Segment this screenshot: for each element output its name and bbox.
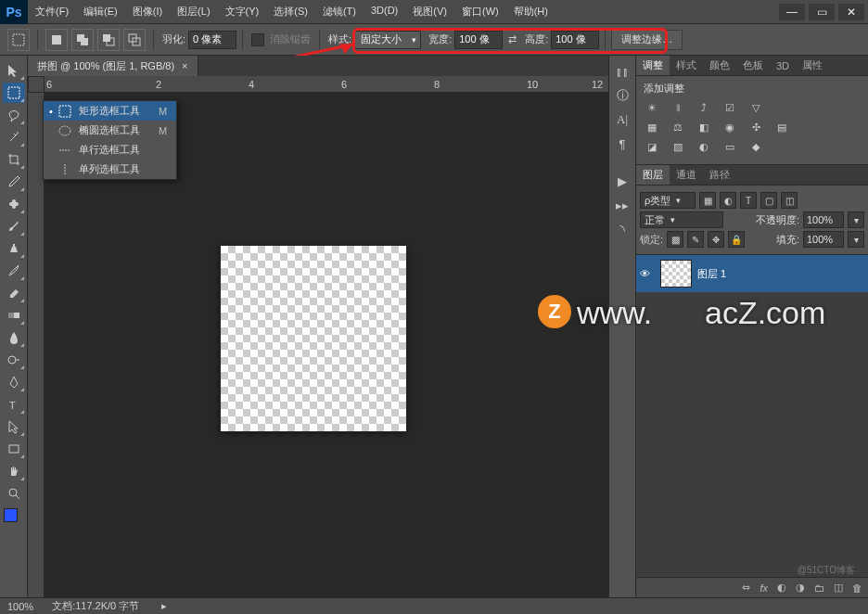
lock-all-icon[interactable]: 🔒 xyxy=(728,231,745,248)
flyout-col-marquee[interactable]: 单列选框工具 xyxy=(44,160,176,179)
fill-input[interactable]: 100% xyxy=(803,231,844,248)
style-select[interactable]: 固定大小 xyxy=(354,31,421,49)
menu-help[interactable]: 帮助(H) xyxy=(506,5,555,19)
magic-wand-tool[interactable] xyxy=(3,127,25,147)
filter-adjust-icon[interactable]: ◐ xyxy=(720,192,736,209)
paragraph-icon[interactable]: ¶ xyxy=(611,134,633,154)
adj-gradmap-icon[interactable]: ▭ xyxy=(721,139,738,154)
ruler-horizontal[interactable]: 6 2 4 6 8 10 12 xyxy=(45,76,608,93)
adj-vibrance-icon[interactable]: ▽ xyxy=(747,100,764,115)
layer-visibility-icon[interactable]: 👁 xyxy=(640,268,655,279)
layer-row[interactable]: 👁 图层 1 xyxy=(636,255,868,292)
filter-type-icon[interactable]: T xyxy=(740,192,757,209)
tab-swatches[interactable]: 色板 xyxy=(736,56,770,75)
tab-properties[interactable]: 属性 xyxy=(796,56,829,75)
close-tab-icon[interactable]: × xyxy=(182,60,187,71)
histogram-icon[interactable]: ⫿⫿ xyxy=(611,61,633,82)
move-tool[interactable] xyxy=(3,60,25,81)
adj-brightness-icon[interactable]: ☀ xyxy=(644,100,660,115)
clone-stamp-tool[interactable] xyxy=(3,238,25,259)
sel-subtract-icon[interactable] xyxy=(97,29,120,51)
tab-adjust[interactable]: 调整 xyxy=(636,56,670,75)
history-brush-tool[interactable] xyxy=(3,261,25,281)
adj-mixer-icon[interactable]: ✣ xyxy=(747,120,764,134)
adj-exposure-icon[interactable]: ☑ xyxy=(721,100,738,115)
adj-bw-icon[interactable]: ◧ xyxy=(696,120,712,134)
menu-select[interactable]: 选择(S) xyxy=(266,5,315,19)
new-layer-icon[interactable]: ◫ xyxy=(834,582,843,594)
brush-tool[interactable] xyxy=(3,216,25,237)
menu-type[interactable]: 文字(Y) xyxy=(218,5,267,19)
fill-dropdown-icon[interactable]: ▾ xyxy=(848,231,864,248)
antialias-checkbox[interactable] xyxy=(251,33,264,46)
layer-thumbnail[interactable] xyxy=(660,260,692,288)
menu-edit[interactable]: 编辑(E) xyxy=(76,5,125,19)
layer-fx-icon[interactable]: fx xyxy=(760,582,768,594)
delete-layer-icon[interactable]: 🗑 xyxy=(852,582,862,594)
crop-tool[interactable] xyxy=(3,149,25,170)
link-layers-icon[interactable]: ⇔ xyxy=(742,582,750,594)
menu-view[interactable]: 视图(V) xyxy=(405,5,454,19)
new-group-icon[interactable]: 🗀 xyxy=(814,582,824,594)
menu-window[interactable]: 窗口(W) xyxy=(454,5,506,19)
tab-channels[interactable]: 通道 xyxy=(670,165,703,185)
layer-mask-icon[interactable]: ◐ xyxy=(777,582,786,594)
menu-image[interactable]: 图像(I) xyxy=(125,5,170,19)
width-input[interactable] xyxy=(454,31,503,49)
adj-balance-icon[interactable]: ⚖ xyxy=(670,120,686,134)
filter-shape-icon[interactable]: ▢ xyxy=(760,192,777,209)
dodge-tool[interactable] xyxy=(3,350,25,370)
new-adjust-layer-icon[interactable]: ◑ xyxy=(796,582,805,594)
filter-pixel-icon[interactable]: ▦ xyxy=(699,192,716,209)
document-tab[interactable]: 拼图 @ 100% (图层 1, RGB/8)× xyxy=(28,56,198,76)
sel-new-icon[interactable] xyxy=(45,29,68,51)
lock-trans-icon[interactable]: ▩ xyxy=(667,231,683,248)
filter-smart-icon[interactable]: ◫ xyxy=(781,192,798,209)
doc-size[interactable]: 文档:117.2K/0 字节 xyxy=(52,599,139,613)
layer-name-label[interactable]: 图层 1 xyxy=(697,267,726,281)
sel-add-icon[interactable] xyxy=(71,29,94,51)
tab-color[interactable]: 颜色 xyxy=(703,56,736,75)
menu-file[interactable]: 文件(F) xyxy=(28,5,76,19)
history-icon[interactable]: ▶ xyxy=(611,171,633,191)
rect-marquee-tool[interactable] xyxy=(3,83,25,103)
brushes-icon[interactable]: ৲ xyxy=(611,219,633,239)
swap-wh-icon[interactable]: ⇄ xyxy=(508,33,517,45)
blend-mode-select[interactable]: 正常 xyxy=(640,211,723,228)
opacity-dropdown-icon[interactable]: ▾ xyxy=(848,211,864,228)
hand-tool[interactable] xyxy=(3,461,25,481)
healing-brush-tool[interactable] xyxy=(3,194,25,214)
opacity-input[interactable]: 100% xyxy=(803,211,844,228)
adj-selcolor-icon[interactable]: ◆ xyxy=(747,139,764,154)
window-minimize-button[interactable]: — xyxy=(779,4,805,20)
path-select-tool[interactable] xyxy=(3,416,25,437)
tab-layers[interactable]: 图层 xyxy=(636,165,670,185)
info-icon[interactable]: ⓘ xyxy=(611,85,633,106)
color-swatch[interactable] xyxy=(4,508,24,529)
menu-filter[interactable]: 滤镜(T) xyxy=(315,5,364,19)
adj-levels-icon[interactable]: ⫴ xyxy=(670,100,686,115)
tool-preset-icon[interactable] xyxy=(7,29,30,51)
window-close-button[interactable]: ✕ xyxy=(838,4,864,20)
refine-edge-button[interactable]: 调整边缘… xyxy=(611,30,683,50)
actions-icon[interactable]: ▸▸ xyxy=(611,195,633,215)
window-maximize-button[interactable]: ▭ xyxy=(809,4,835,20)
height-input[interactable] xyxy=(551,31,599,49)
pen-tool[interactable] xyxy=(3,372,25,392)
feather-input[interactable] xyxy=(188,31,236,49)
gradient-tool[interactable] xyxy=(3,305,25,326)
eraser-tool[interactable] xyxy=(3,283,25,303)
tab-styles[interactable]: 样式 xyxy=(670,56,703,75)
adj-poster-icon[interactable]: ▨ xyxy=(670,139,686,154)
canvas[interactable] xyxy=(221,246,406,431)
character-icon[interactable]: A| xyxy=(611,109,633,130)
adj-invert-icon[interactable]: ◪ xyxy=(644,139,660,154)
lasso-tool[interactable] xyxy=(3,105,25,125)
adj-photo-icon[interactable]: ◉ xyxy=(721,120,738,134)
tab-paths[interactable]: 路径 xyxy=(703,165,736,185)
lock-pos-icon[interactable]: ✥ xyxy=(708,231,724,248)
blur-tool[interactable] xyxy=(3,327,25,348)
rectangle-tool[interactable] xyxy=(3,439,25,459)
type-tool[interactable]: T xyxy=(3,394,25,415)
adj-curves-icon[interactable]: ⤴ xyxy=(696,100,712,115)
